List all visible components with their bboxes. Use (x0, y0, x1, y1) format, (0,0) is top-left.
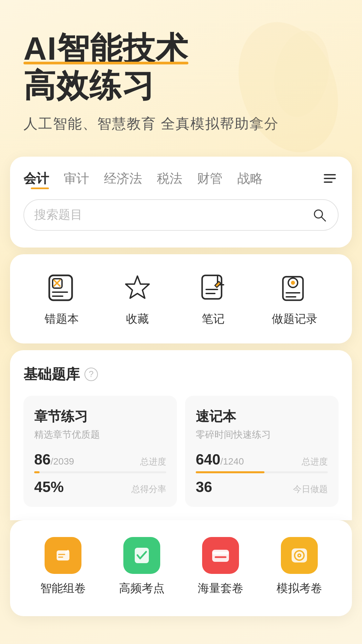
action-smart-compose-label: 智能组卷 (40, 581, 86, 596)
action-favorites-label: 收藏 (126, 311, 149, 327)
svg-marker-10 (126, 276, 149, 298)
action-notes-label: 笔记 (202, 311, 225, 327)
help-icon[interactable]: ? (84, 368, 98, 381)
tab-tax-law[interactable]: 税法 (149, 170, 190, 187)
bottom-actions: 智能组卷 高频考点 海量套卷 (10, 520, 352, 616)
action-wrong-answer-label: 错题本 (45, 311, 79, 327)
action-smart-compose[interactable]: 智能组卷 (40, 537, 86, 596)
section-header: 基础题库 ? (23, 365, 339, 384)
wrong-answer-icon (45, 271, 78, 305)
chapter-stat-row1: 86/2039 总进度 (34, 451, 166, 468)
tab-card: 会计 审计 经济法 税法 财管 战略 搜索题目 (10, 157, 352, 248)
tab-strategy[interactable]: 战略 (230, 170, 270, 187)
action-wrong-answer[interactable]: 错题本 (45, 271, 79, 327)
flash-title: 速记本 (196, 407, 328, 426)
flash-today-count: 36 (196, 479, 212, 495)
tab-finance[interactable]: 财管 (190, 170, 230, 187)
search-input[interactable]: 搜索题目 (34, 207, 311, 223)
chapter-score-rate: 45% (34, 479, 64, 495)
tab-audit[interactable]: 审计 (56, 170, 97, 187)
note-icon (196, 271, 230, 305)
tab-economic-law[interactable]: 经济法 (97, 170, 149, 187)
chapter-title: 章节练习 (34, 407, 166, 426)
svg-rect-11 (202, 275, 222, 299)
chapter-stat-row2: 45% 总得分率 (34, 479, 166, 495)
svg-line-3 (321, 217, 325, 221)
action-history[interactable]: 做题记录 (272, 271, 317, 327)
flash-card-item[interactable]: 速记本 零碎时间快速练习 640/1240 总进度 36 今日做题 (185, 396, 339, 507)
action-high-freq[interactable]: 高频考点 (119, 537, 165, 596)
action-mock-exam[interactable]: 模拟考卷 (277, 537, 322, 596)
action-history-label: 做题记录 (272, 311, 317, 327)
quick-actions-card: 错题本 收藏 笔记 (10, 254, 352, 343)
flash-today-label: 今日做题 (293, 483, 328, 495)
record-icon (278, 271, 311, 305)
svg-rect-24 (212, 552, 229, 554)
minus-icon (202, 537, 239, 574)
flash-stat-row2: 36 今日做题 (196, 479, 328, 495)
base-library-card: 基础题库 ? 章节练习 精选章节优质题 86/2039 总进度 45% 总得分率… (10, 350, 352, 520)
chapter-score-label: 总得分率 (131, 483, 166, 495)
chapter-desc: 精选章节优质题 (34, 428, 166, 441)
flash-progress-fill (196, 471, 264, 473)
action-mock-exam-label: 模拟考卷 (277, 581, 322, 596)
flash-stat-label1: 总进度 (302, 456, 328, 468)
flash-desc: 零碎时间快速练习 (196, 428, 328, 441)
section-title: 基础题库 (23, 365, 80, 384)
chapter-stat-value: 86/2039 (34, 451, 74, 468)
flash-progress-bar (196, 471, 328, 473)
hero-decoration (235, 20, 342, 154)
target-icon (281, 537, 318, 574)
compose-icon (45, 537, 81, 574)
chapter-progress-fill (34, 471, 40, 473)
chapter-progress-bar (34, 471, 166, 473)
tabs: 会计 审计 经济法 税法 财管 战略 (23, 170, 339, 187)
tab-accounting[interactable]: 会计 (23, 170, 56, 187)
chapter-practice-item[interactable]: 章节练习 精选章节优质题 86/2039 总进度 45% 总得分率 (23, 396, 177, 507)
action-mass-papers-label: 海量套卷 (198, 581, 243, 596)
flash-stat-row1: 640/1240 总进度 (196, 451, 328, 468)
hero-section: AI智能技术 高效练习 人工智能、智慧教育 全真模拟帮助拿分 (0, 0, 362, 147)
action-notes[interactable]: 笔记 (196, 271, 230, 327)
svg-point-16 (291, 281, 295, 285)
action-favorites[interactable]: 收藏 (121, 271, 154, 327)
library-grid: 章节练习 精选章节优质题 86/2039 总进度 45% 总得分率 速记本 零碎… (23, 396, 339, 507)
svg-rect-23 (212, 550, 229, 562)
chapter-stat-label1: 总进度 (140, 456, 166, 468)
action-high-freq-label: 高频考点 (119, 581, 165, 596)
tab-menu-button[interactable] (321, 171, 339, 185)
hero-title-line1: AI智能技术 (23, 30, 188, 67)
action-mass-papers[interactable]: 海量套卷 (198, 537, 243, 596)
hero-title-line2: 高效练习 (23, 67, 155, 103)
svg-point-29 (299, 555, 300, 556)
search-icon[interactable] (311, 207, 328, 223)
flash-stat-value: 640/1240 (196, 451, 244, 468)
search-box[interactable]: 搜索题目 (23, 199, 339, 231)
checkmark-icon (123, 537, 160, 574)
star-icon (121, 271, 154, 305)
